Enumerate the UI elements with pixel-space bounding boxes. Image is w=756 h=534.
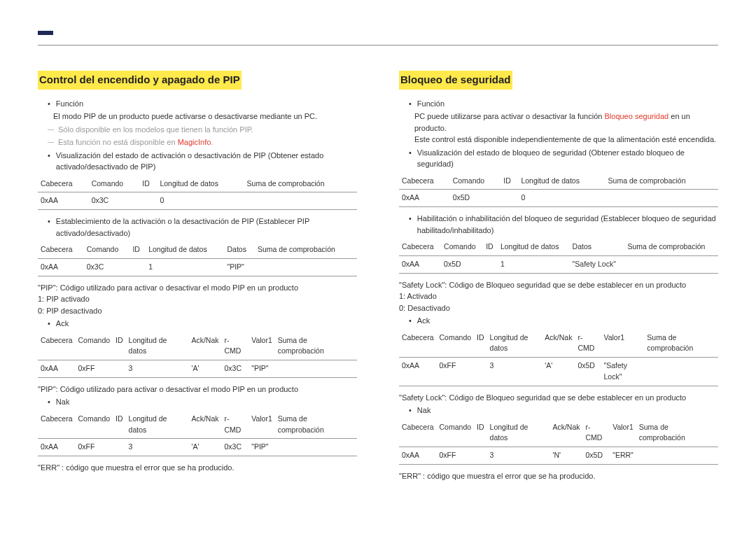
table-cell: 0xAA (38, 360, 76, 378)
protocol-table: Cabecera Comando ID Longitud de datos Ac… (38, 411, 357, 456)
list-item: Visualización del estado de activación o… (48, 150, 357, 173)
table-header: Comando (437, 419, 475, 447)
table-header: Valor1 (248, 332, 275, 360)
bullet-text: Visualización del estado de bloqueo de s… (417, 147, 718, 170)
body-text: "ERR" : código que muestra el error que … (399, 470, 718, 482)
table-header: Cabecera (38, 332, 76, 360)
table-header: Comando (441, 239, 483, 255)
table-cell (139, 192, 157, 210)
table-cell: 3 (487, 447, 550, 465)
table-header: Ack/Nak (188, 411, 221, 439)
table-header-row: Cabecera Comando ID Longitud de datos Ac… (38, 411, 357, 439)
table-row: 0xAA 0xFF 3 'A' 0x3C "PIP" (38, 439, 357, 456)
note-text: Esta función no está disponible en Magic… (58, 136, 213, 148)
table-header: Longitud de datos (157, 176, 244, 192)
table-header: Cabecera (399, 173, 450, 190)
table-header: Cabecera (399, 239, 441, 255)
bullet-text: Función (417, 98, 444, 110)
protocol-table: Cabecera Comando ID Longitud de datos Ac… (399, 419, 718, 465)
body-text: Este control está disponible independien… (414, 134, 718, 146)
table-header: Longitud de datos (487, 419, 550, 447)
body-text: 1: Activado (399, 290, 718, 302)
table-header-row: Cabecera Comando ID Longitud de datos Su… (399, 173, 718, 190)
two-column-layout: Control del encendido y apagado de PIP F… (38, 71, 718, 482)
body-text: "PIP": Código utilizado para activar o d… (38, 384, 357, 395)
page-root: Control del encendido y apagado de PIP F… (0, 31, 756, 534)
bullet-text: Ack (417, 315, 430, 327)
left-section-title: Control del encendido y apagado de PIP (38, 71, 241, 90)
table-cell: 0x5D (583, 447, 610, 465)
table-header: Valor1 (248, 411, 275, 439)
body-text: 0: Desactivado (399, 302, 718, 314)
table-cell: 'N' (550, 447, 582, 465)
table-cell: 0xFF (76, 360, 113, 378)
list-item: Función (48, 98, 357, 110)
body-text: PC puede utilizarse para activar o desac… (414, 111, 718, 134)
table-cell (644, 358, 718, 386)
table-cell (636, 447, 718, 465)
table-header: Longitud de datos (487, 330, 542, 358)
table-header: ID (113, 411, 126, 439)
body-text: "Safety Lock": Código de Bloqueo segurid… (399, 279, 718, 291)
note-text: Sólo disponible en los modelos que tiene… (58, 124, 253, 136)
table-cell (275, 439, 357, 456)
table-row: 0xAA 0x5D 1 "Safety Lock" (399, 255, 718, 273)
bullet-text: Nak (417, 405, 431, 416)
table-cell: 0 (518, 190, 605, 207)
table-header: ID (113, 332, 126, 360)
table-header-row: Cabecera Comando ID Longitud de datos Da… (399, 239, 718, 255)
body-text: El modo PIP de un producto puede activar… (53, 111, 357, 122)
table-header: Suma de comprobación (275, 411, 357, 439)
table-header: Suma de comprobación (636, 419, 718, 447)
table-cell: 0x5D (450, 190, 501, 207)
table-header: Suma de comprobación (275, 332, 357, 360)
table-cell (625, 255, 718, 273)
table-cell (275, 360, 357, 378)
protocol-table: Cabecera Comando ID Longitud de datos Da… (399, 239, 718, 274)
table-header-row: Cabecera Comando ID Longitud de datos Su… (38, 176, 357, 192)
table-cell (606, 190, 718, 207)
table-row: 0xAA 0x3C 1 "PIP" (38, 258, 357, 276)
table-header: Ack/Nak (188, 332, 221, 360)
table-header: Comando (76, 411, 113, 439)
table-cell: 3 (126, 360, 189, 378)
body-text: "Safety Lock": Código de Bloqueo segurid… (399, 392, 718, 404)
list-item: Visualización del estado de bloqueo de s… (409, 147, 718, 170)
header-accent-block (38, 31, 53, 35)
table-header: Cabecera (38, 411, 76, 439)
table-cell (244, 192, 357, 210)
table-cell: 0x3C (222, 360, 249, 378)
table-header: r-CMD (583, 419, 610, 447)
table-cell: "Safety Lock" (601, 358, 644, 386)
table-cell: 0xAA (399, 358, 437, 386)
note-item: Sólo disponible en los modelos que tiene… (48, 124, 357, 136)
table-header: Longitud de datos (146, 241, 224, 258)
table-header: Longitud de datos (126, 411, 189, 439)
protocol-table: Cabecera Comando ID Longitud de datos Su… (399, 173, 718, 208)
table-header: ID (139, 176, 157, 192)
table-cell (500, 190, 518, 207)
note-item: Esta función no está disponible en Magic… (48, 136, 357, 148)
bullet-text: Visualización del estado de activación o… (56, 150, 357, 173)
table-cell: 0xFF (437, 358, 475, 386)
table-header: ID (483, 239, 498, 255)
list-item: Nak (409, 405, 718, 416)
table-header: ID (500, 173, 518, 190)
list-item: Ack (409, 315, 718, 327)
table-cell: 0xAA (38, 439, 76, 456)
table-cell (130, 258, 146, 276)
table-header: ID (474, 330, 487, 358)
list-item: Ack (48, 318, 357, 330)
table-row: 0xAA 0xFF 3 'A' 0x5D "Safety Lock" (399, 358, 718, 386)
table-cell (474, 358, 487, 386)
table-header: Cabecera (399, 330, 437, 358)
table-cell: 0xAA (38, 258, 84, 276)
table-cell: 0xAA (38, 192, 89, 210)
body-text: "PIP": Código utilizado para activar o d… (38, 282, 357, 294)
table-cell: 'A' (188, 360, 221, 378)
header-rule (38, 45, 718, 45)
table-header: Ack/Nak (550, 419, 582, 447)
protocol-table: Cabecera Comando ID Longitud de datos Su… (38, 176, 357, 211)
table-cell: 3 (487, 358, 542, 386)
table-header: Ack/Nak (542, 330, 575, 358)
